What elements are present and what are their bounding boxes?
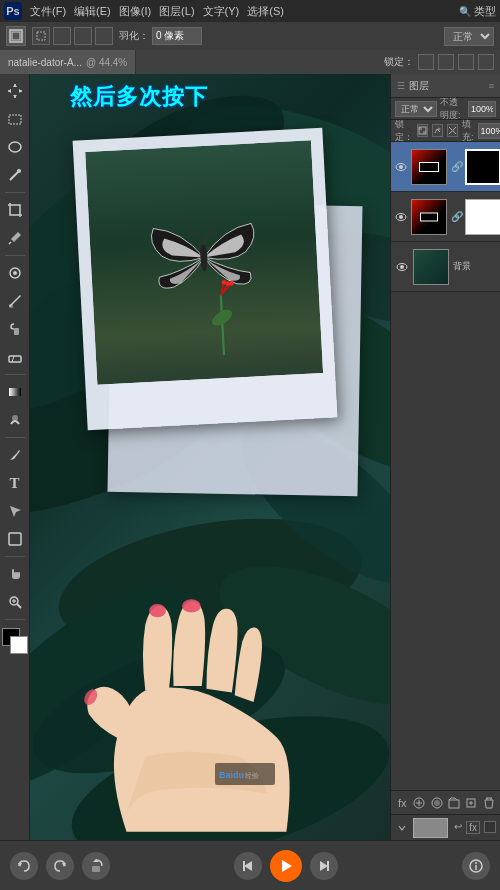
lasso-tool[interactable] — [2, 134, 28, 160]
healing-brush-tool[interactable] — [2, 260, 28, 286]
menu-item-image[interactable]: 图像(I) — [119, 4, 151, 19]
svg-text:Baidu: Baidu — [219, 770, 244, 780]
svg-line-11 — [9, 242, 11, 244]
marquee-tool[interactable] — [2, 106, 28, 132]
delete-layer-icon[interactable] — [482, 794, 496, 812]
type-tool[interactable]: T — [2, 470, 28, 496]
undo-button[interactable] — [10, 852, 38, 880]
fill-input[interactable] — [478, 123, 500, 139]
intersect-selection[interactable] — [95, 27, 113, 45]
layer-blend-mode[interactable]: 正常 — [395, 101, 437, 117]
lock-transparent-pixel[interactable] — [417, 124, 428, 137]
tool-divider-6 — [5, 619, 25, 620]
svg-point-14 — [9, 304, 13, 308]
feather-setting: 羽化： — [119, 27, 202, 45]
active-tab[interactable]: natalie-dator-A... @ 44.4% — [0, 50, 136, 74]
layer-item-2[interactable]: 🔗 背 — [391, 192, 500, 242]
dodge-tool[interactable] — [2, 407, 28, 433]
panel-menu-icon[interactable]: ≡ — [489, 81, 494, 91]
shape-tool[interactable] — [2, 526, 28, 552]
layer-go-icon[interactable]: ↩ — [454, 821, 462, 834]
svg-marker-90 — [282, 860, 292, 872]
move-tool[interactable] — [2, 78, 28, 104]
fill-label: 填充: — [462, 118, 474, 144]
rotate-button[interactable] — [82, 852, 110, 880]
svg-rect-18 — [9, 388, 21, 396]
collapse-icon[interactable] — [395, 821, 409, 835]
eyedropper-tool[interactable] — [2, 225, 28, 251]
crop-tool[interactable] — [2, 197, 28, 223]
layer-2-link: 🔗 — [451, 211, 461, 222]
layer-item-1[interactable]: 🔗 图层 1 — [391, 142, 500, 192]
tool-divider-4 — [5, 437, 25, 438]
layer-3-visibility[interactable] — [395, 260, 409, 274]
svg-marker-4 — [13, 95, 17, 98]
layer-1-link: 🔗 — [451, 161, 461, 172]
path-selection-tool[interactable] — [2, 498, 28, 524]
new-layer-icon[interactable] — [464, 794, 478, 812]
background-color[interactable] — [10, 636, 28, 654]
svg-rect-7 — [9, 115, 21, 124]
layer-item-3[interactable]: 背景 — [391, 242, 500, 292]
lock-position-btn[interactable] — [458, 54, 474, 70]
gradient-tool[interactable] — [2, 379, 28, 405]
lock-image-pixel[interactable] — [432, 124, 443, 137]
eraser-tool[interactable] — [2, 344, 28, 370]
svg-point-54 — [149, 604, 166, 617]
foreground-background-colors[interactable] — [2, 628, 28, 654]
menu-item-layer[interactable]: 图层(L) — [159, 4, 194, 19]
menu-item-select[interactable]: 选择(S) — [247, 4, 284, 19]
layer-1-visibility[interactable] — [395, 160, 407, 174]
layer-2-visibility[interactable] — [395, 210, 407, 224]
prev-button[interactable] — [234, 852, 262, 880]
bottom-right-controls — [462, 852, 490, 880]
fx-small-icon[interactable]: fx — [466, 821, 480, 834]
type-tool-label: T — [9, 475, 19, 492]
fx-icon[interactable]: fx — [395, 794, 409, 812]
bottom-left-controls — [10, 852, 110, 880]
canvas-content: 然后多次按下 Baidu 经验 — [30, 74, 390, 840]
filter-icon[interactable]: ☰ — [397, 81, 405, 91]
magic-wand-tool[interactable] — [2, 162, 28, 188]
add-mask-icon[interactable] — [430, 794, 444, 812]
add-adjustment-icon[interactable] — [412, 794, 426, 812]
menu-item-file[interactable]: 文件(F) — [30, 4, 66, 19]
lock-all-btn[interactable] — [478, 54, 494, 70]
search-box[interactable]: 🔍 类型 — [459, 4, 496, 19]
butterfly-background — [85, 140, 323, 385]
info-button[interactable] — [462, 852, 490, 880]
hand-tool[interactable] — [2, 561, 28, 587]
svg-line-44 — [202, 221, 217, 244]
menu-item-type[interactable]: 文字(Y) — [203, 4, 240, 19]
menu-item-edit[interactable]: 编辑(E) — [74, 4, 111, 19]
svg-line-46 — [221, 295, 224, 355]
lock-position-pixel[interactable] — [447, 124, 458, 137]
new-selection[interactable] — [32, 27, 50, 45]
add-to-selection[interactable] — [53, 27, 71, 45]
pen-tool[interactable] — [2, 442, 28, 468]
lock-transparent-btn[interactable] — [418, 54, 434, 70]
lock-image-btn[interactable] — [438, 54, 454, 70]
svg-rect-77 — [449, 800, 459, 808]
svg-rect-2 — [37, 32, 45, 40]
hand-svg — [70, 560, 390, 840]
subtract-selection[interactable] — [74, 27, 92, 45]
redo-button[interactable] — [46, 852, 74, 880]
svg-point-13 — [13, 271, 17, 275]
overlay-text: 然后多次按下 — [70, 82, 208, 112]
blend-mode-select[interactable]: 正常 — [444, 27, 494, 46]
zoom-tool[interactable] — [2, 589, 28, 615]
play-button[interactable] — [270, 850, 302, 882]
polaroid-image — [85, 140, 323, 385]
bottom-center-controls — [234, 850, 338, 882]
new-group-icon[interactable] — [447, 794, 461, 812]
layer-3-name: 背景 — [453, 260, 496, 273]
svg-line-42 — [188, 222, 203, 245]
svg-marker-91 — [320, 861, 328, 871]
tool-divider-2 — [5, 255, 25, 256]
next-button[interactable] — [310, 852, 338, 880]
feather-value-input[interactable] — [152, 27, 202, 45]
clone-stamp-tool[interactable] — [2, 316, 28, 342]
brush-tool[interactable] — [2, 288, 28, 314]
opacity-input[interactable] — [468, 101, 496, 117]
